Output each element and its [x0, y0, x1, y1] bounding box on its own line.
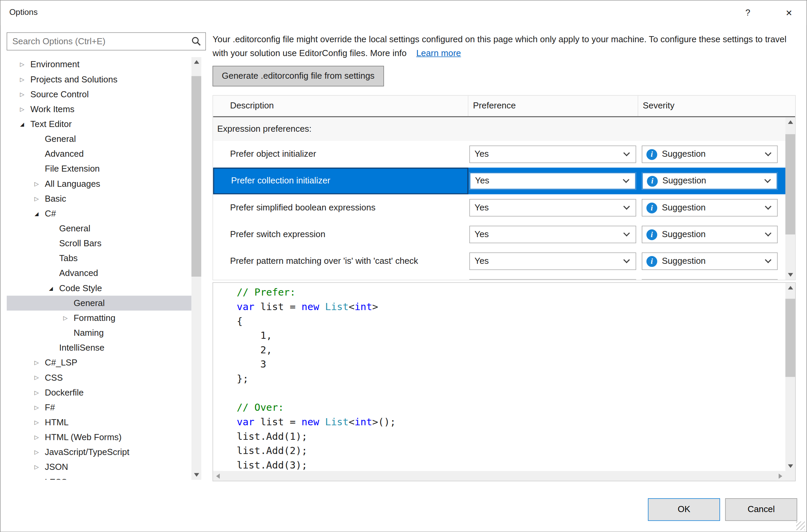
tree-item-html[interactable]: ▷HTML	[7, 415, 192, 430]
tree-item-tabs[interactable]: Tabs	[7, 251, 192, 266]
severity-dropdown[interactable]: iSuggestion	[642, 199, 777, 216]
table-row-partial[interactable]	[213, 274, 785, 280]
tree-collapsed-icon[interactable]: ▷	[30, 374, 44, 381]
tree-item-work-items[interactable]: ▷Work Items	[7, 102, 192, 116]
tree-item-html-web-forms[interactable]: ▷HTML (Web Forms)	[7, 430, 192, 445]
tree-item-naming[interactable]: Naming	[7, 326, 192, 341]
preference-dropdown[interactable]: Yes	[469, 172, 636, 190]
tree-collapsed-icon[interactable]: ▷	[15, 61, 30, 68]
tree-item-code-style[interactable]: ◢Code Style	[7, 281, 192, 296]
preference-dropdown[interactable]: Yes	[469, 252, 636, 270]
tree-collapsed-icon[interactable]: ▷	[58, 315, 73, 322]
scroll-right-button[interactable]	[775, 471, 785, 481]
tree-item-csharp[interactable]: ◢C#	[7, 206, 192, 221]
tree-item-intellisense[interactable]: IntelliSense	[7, 341, 192, 355]
tree-item-less[interactable]: ▷LESS	[7, 475, 192, 480]
tree-collapsed-icon[interactable]: ▷	[30, 479, 44, 480]
tree-item-label: Dockerfile	[43, 387, 84, 398]
search-input[interactable]	[7, 33, 205, 50]
tree-item-advanced[interactable]: Advanced	[7, 147, 192, 162]
tree-item-source-control[interactable]: ▷Source Control	[7, 87, 192, 102]
table-row-prefer-pattern-matching-over-is-with-cast-check[interactable]: Prefer pattern matching over 'is' with '…	[213, 248, 785, 274]
tree-item-css[interactable]: ▷CSS	[7, 370, 192, 385]
tree-collapsed-icon[interactable]: ▷	[30, 404, 44, 411]
tree-collapsed-icon[interactable]: ▷	[30, 419, 44, 426]
tree-expanded-icon[interactable]: ◢	[15, 121, 30, 127]
tree-item-formatting[interactable]: ▷Formatting	[7, 310, 192, 325]
tree-expanded-icon[interactable]: ◢	[43, 285, 58, 291]
scrollbar-thumb[interactable]	[785, 299, 795, 377]
code-horizontal-scrollbar[interactable]	[213, 471, 785, 481]
tree-item-dockerfile[interactable]: ▷Dockerfile	[7, 385, 192, 400]
generate-editorconfig-button[interactable]: Generate .editorconfig file from setting…	[213, 66, 384, 87]
tree-collapsed-icon[interactable]: ▷	[15, 91, 30, 98]
tree-item-csharp-lsp[interactable]: ▷C#_LSP	[7, 355, 192, 370]
severity-dropdown[interactable]: iSuggestion	[642, 252, 777, 270]
tree-item-advanced[interactable]: Advanced	[7, 266, 192, 281]
tree-item-javascript-typescript[interactable]: ▷JavaScript/TypeScript	[7, 445, 192, 460]
tree-collapsed-icon[interactable]: ▷	[30, 464, 44, 471]
tree-collapsed-icon[interactable]: ▷	[15, 106, 30, 113]
scroll-up-button[interactable]	[785, 283, 795, 292]
scrollbar-track[interactable]	[785, 127, 795, 270]
severity-dropdown[interactable]: iSuggestion	[642, 146, 777, 163]
setting-description-label: Prefer simplified boolean expressions	[230, 203, 375, 213]
tree-item-projects-and-solutions[interactable]: ▷Projects and Solutions	[7, 72, 192, 87]
scroll-down-button[interactable]	[191, 470, 201, 480]
tree-item-environment[interactable]: ▷Environment	[7, 57, 192, 72]
tree-item-fsharp[interactable]: ▷F#	[7, 400, 192, 415]
tree-item-json[interactable]: ▷JSON	[7, 460, 192, 475]
table-row-prefer-simplified-boolean-expressions[interactable]: Prefer simplified boolean expressionsYes…	[213, 194, 785, 221]
scrollbar-thumb[interactable]	[785, 134, 795, 234]
preference-dropdown[interactable]	[469, 279, 636, 280]
scrollbar-track[interactable]	[785, 292, 795, 461]
severity-dropdown[interactable]	[642, 279, 777, 280]
code-token-plain: list =	[255, 301, 301, 312]
table-scrollbar[interactable]	[785, 117, 795, 280]
tree-item-file-extension[interactable]: File Extension	[7, 162, 192, 176]
scroll-down-button[interactable]	[785, 270, 795, 280]
preference-dropdown[interactable]: Yes	[469, 199, 636, 216]
scrollbar-track[interactable]	[223, 471, 775, 481]
help-button[interactable]: ?	[733, 1, 762, 25]
code-line: 2,	[237, 342, 762, 357]
tree-expanded-icon[interactable]: ◢	[30, 211, 44, 216]
preference-dropdown[interactable]: Yes	[469, 226, 636, 243]
tree-item-text-editor[interactable]: ◢Text Editor	[7, 117, 192, 132]
tree-item-all-languages[interactable]: ▷All Languages	[7, 176, 192, 191]
tree-collapsed-icon[interactable]: ▷	[30, 195, 44, 202]
tree-collapsed-icon[interactable]: ▷	[15, 76, 30, 83]
tree-item-general[interactable]: General	[7, 296, 192, 310]
scroll-down-button[interactable]	[785, 461, 795, 471]
tree-item-label: HTML (Web Forms)	[43, 432, 121, 442]
severity-dropdown[interactable]: iSuggestion	[642, 226, 777, 243]
scrollbar-thumb[interactable]	[191, 76, 201, 277]
tree-item-general[interactable]: General	[7, 132, 192, 147]
scroll-up-button[interactable]	[191, 57, 201, 67]
tree-scrollbar[interactable]	[191, 57, 201, 480]
chevron-down-icon	[765, 149, 771, 156]
table-row-prefer-switch-expression[interactable]: Prefer switch expressionYesiSuggestion	[213, 221, 785, 248]
tree-collapsed-icon[interactable]: ▷	[30, 180, 44, 187]
code-vertical-scrollbar[interactable]	[785, 283, 795, 471]
ok-button[interactable]: OK	[648, 498, 720, 521]
tree-item-basic[interactable]: ▷Basic	[7, 191, 192, 206]
titlebar[interactable]: Options ? ✕	[1, 1, 807, 25]
cancel-button[interactable]: Cancel	[725, 498, 797, 521]
severity-dropdown[interactable]: iSuggestion	[642, 172, 777, 190]
table-row-prefer-collection-initializer[interactable]: Prefer collection initializerYesiSuggest…	[213, 168, 785, 194]
preference-dropdown[interactable]: Yes	[469, 146, 636, 163]
tree-collapsed-icon[interactable]: ▷	[30, 359, 44, 366]
resize-grip[interactable]	[796, 521, 805, 530]
tree-collapsed-icon[interactable]: ▷	[30, 434, 44, 441]
tree-collapsed-icon[interactable]: ▷	[30, 389, 44, 396]
table-row-prefer-object-initializer[interactable]: Prefer object initializerYesiSuggestion	[213, 141, 785, 168]
close-button[interactable]: ✕	[774, 1, 803, 25]
tree-item-scroll-bars[interactable]: Scroll Bars	[7, 236, 192, 251]
learn-more-link[interactable]: Learn more	[416, 48, 461, 58]
tree-collapsed-icon[interactable]: ▷	[30, 449, 44, 456]
tree-item-general[interactable]: General	[7, 221, 192, 236]
scroll-left-button[interactable]	[213, 471, 223, 481]
scrollbar-track[interactable]	[191, 67, 201, 470]
scroll-up-button[interactable]	[785, 117, 795, 127]
